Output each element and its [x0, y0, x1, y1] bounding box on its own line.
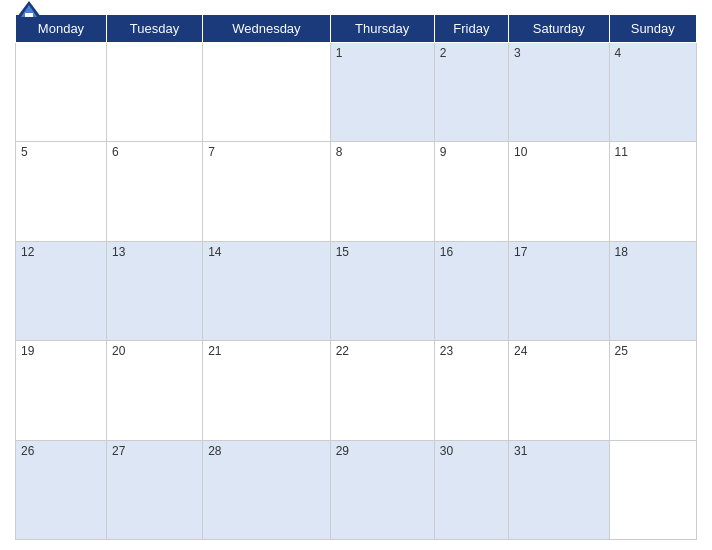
day-number: 14	[208, 245, 221, 259]
calendar-cell	[609, 440, 696, 539]
day-number: 9	[440, 145, 447, 159]
day-number: 17	[514, 245, 527, 259]
calendar-cell: 1	[330, 43, 434, 142]
calendar-cell: 26	[16, 440, 107, 539]
day-number: 5	[21, 145, 28, 159]
calendar-cell: 24	[509, 341, 610, 440]
day-number: 8	[336, 145, 343, 159]
weekday-friday: Friday	[434, 15, 508, 43]
weekday-sunday: Sunday	[609, 15, 696, 43]
calendar-cell: 14	[203, 241, 330, 340]
calendar-week-row: 262728293031	[16, 440, 697, 539]
day-number: 4	[615, 46, 622, 60]
day-number: 12	[21, 245, 34, 259]
calendar-cell: 31	[509, 440, 610, 539]
calendar-cell: 10	[509, 142, 610, 241]
calendar-week-row: 567891011	[16, 142, 697, 241]
calendar-week-row: 12131415161718	[16, 241, 697, 340]
day-number: 19	[21, 344, 34, 358]
day-number: 26	[21, 444, 34, 458]
calendar-cell: 25	[609, 341, 696, 440]
logo	[15, 0, 46, 21]
logo-icon	[15, 0, 43, 21]
day-number: 28	[208, 444, 221, 458]
calendar-cell: 19	[16, 341, 107, 440]
calendar-cell: 8	[330, 142, 434, 241]
day-number: 2	[440, 46, 447, 60]
calendar-cell	[203, 43, 330, 142]
calendar-cell: 22	[330, 341, 434, 440]
day-number: 29	[336, 444, 349, 458]
day-number: 1	[336, 46, 343, 60]
day-number: 18	[615, 245, 628, 259]
calendar-cell: 5	[16, 142, 107, 241]
calendar-cell: 15	[330, 241, 434, 340]
calendar-cell: 16	[434, 241, 508, 340]
calendar-cell: 29	[330, 440, 434, 539]
weekday-tuesday: Tuesday	[106, 15, 202, 43]
calendar-cell: 21	[203, 341, 330, 440]
calendar-cell: 28	[203, 440, 330, 539]
day-number: 25	[615, 344, 628, 358]
calendar-cell: 18	[609, 241, 696, 340]
day-number: 10	[514, 145, 527, 159]
weekday-wednesday: Wednesday	[203, 15, 330, 43]
calendar-cell: 12	[16, 241, 107, 340]
day-number: 7	[208, 145, 215, 159]
calendar-cell: 4	[609, 43, 696, 142]
day-number: 22	[336, 344, 349, 358]
day-number: 23	[440, 344, 453, 358]
calendar-cell: 11	[609, 142, 696, 241]
calendar-cell: 30	[434, 440, 508, 539]
weekday-thursday: Thursday	[330, 15, 434, 43]
calendar-cell	[16, 43, 107, 142]
day-number: 16	[440, 245, 453, 259]
day-number: 24	[514, 344, 527, 358]
svg-rect-2	[25, 13, 33, 17]
calendar-cell: 2	[434, 43, 508, 142]
calendar-cell: 23	[434, 341, 508, 440]
calendar-cell: 7	[203, 142, 330, 241]
calendar-cell: 3	[509, 43, 610, 142]
weekday-header-row: MondayTuesdayWednesdayThursdayFridaySatu…	[16, 15, 697, 43]
calendar-cell: 17	[509, 241, 610, 340]
calendar-cell	[106, 43, 202, 142]
calendar-week-row: 1234	[16, 43, 697, 142]
calendar-week-row: 19202122232425	[16, 341, 697, 440]
day-number: 30	[440, 444, 453, 458]
weekday-saturday: Saturday	[509, 15, 610, 43]
day-number: 27	[112, 444, 125, 458]
calendar-cell: 13	[106, 241, 202, 340]
calendar-cell: 20	[106, 341, 202, 440]
day-number: 15	[336, 245, 349, 259]
day-number: 20	[112, 344, 125, 358]
calendar-cell: 6	[106, 142, 202, 241]
calendar-cell: 27	[106, 440, 202, 539]
day-number: 21	[208, 344, 221, 358]
day-number: 11	[615, 145, 628, 159]
day-number: 13	[112, 245, 125, 259]
day-number: 3	[514, 46, 521, 60]
calendar-cell: 9	[434, 142, 508, 241]
day-number: 31	[514, 444, 527, 458]
day-number: 6	[112, 145, 119, 159]
calendar-table: MondayTuesdayWednesdayThursdayFridaySatu…	[15, 14, 697, 540]
